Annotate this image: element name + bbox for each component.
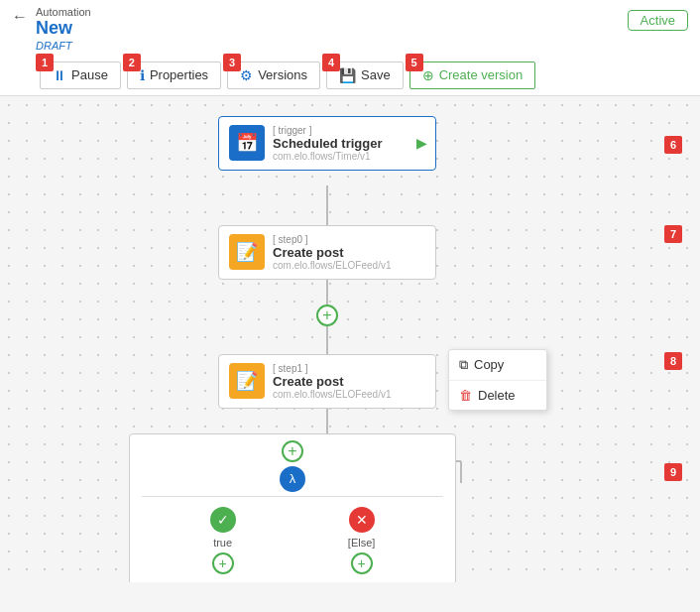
annotation-4: 4 — [322, 54, 340, 71]
else-add-button[interactable]: + — [351, 552, 373, 574]
step0-sub: com.elo.flows/ELOFeed/v1 — [273, 260, 392, 271]
properties-button[interactable]: ℹ Properties — [127, 61, 221, 89]
breadcrumb-area: ← Automation New DRAFT Active — [12, 6, 688, 52]
true-add-button[interactable]: + — [212, 552, 234, 574]
branch-outcome-else: ✕ [Else] + — [348, 507, 376, 574]
true-label: true — [213, 537, 232, 549]
branch-outcomes: ✓ true + ✕ [Else] + — [130, 497, 455, 582]
play-icon: ▶ — [416, 135, 427, 151]
copy-menu-item[interactable]: ⧉ Copy — [449, 350, 546, 380]
step1-icon: 📝 — [229, 363, 265, 399]
trigger-title: Scheduled trigger — [273, 136, 383, 151]
true-icon: ✓ — [210, 507, 236, 533]
create-icon: ⊕ — [422, 67, 434, 83]
annotation-8: 8 — [664, 352, 682, 370]
automation-label: Automation — [36, 6, 91, 18]
step0-tag: [ step0 ] — [273, 234, 392, 245]
delete-icon: 🗑 — [459, 388, 472, 403]
delete-label: Delete — [478, 388, 516, 403]
branch-topbar: + λ — [130, 434, 455, 496]
back-button[interactable]: ← — [12, 8, 28, 26]
branch-outcome-true: ✓ true + — [210, 507, 236, 574]
step1-title: Create post — [273, 374, 392, 389]
step0-icon: 📝 — [229, 234, 265, 270]
step0-text: [ step0 ] Create post com.elo.flows/ELOF… — [273, 234, 392, 271]
branch-add-top[interactable]: + — [282, 440, 303, 462]
step1-sub: com.elo.flows/ELOFeed/v1 — [273, 389, 392, 400]
step0-node[interactable]: 📝 [ step0 ] Create post com.elo.flows/EL… — [218, 225, 436, 280]
page-title: New — [36, 18, 91, 40]
copy-label: Copy — [474, 357, 504, 372]
versions-button[interactable]: ⚙ Versions — [227, 61, 320, 89]
add-step-button-0[interactable]: + — [316, 305, 338, 326]
context-menu: ⧉ Copy 🗑 Delete — [448, 349, 547, 411]
pause-label: Pause — [71, 67, 108, 82]
create-version-button[interactable]: ⊕ Create version — [409, 61, 536, 89]
versions-label: Versions — [258, 67, 307, 82]
trigger-text: [ trigger ] Scheduled trigger com.elo.fl… — [273, 125, 383, 162]
trigger-icon: 📅 — [229, 125, 265, 161]
active-badge: Active — [628, 10, 688, 31]
trigger-node[interactable]: 📅 [ trigger ] Scheduled trigger com.elo.… — [218, 116, 436, 171]
title-block: Automation New DRAFT — [36, 6, 91, 52]
annotation-2: 2 — [123, 54, 141, 71]
draft-label: DRAFT — [36, 40, 91, 52]
header: ← Automation New DRAFT Active 1 ⏸ Pause … — [0, 0, 700, 96]
annotation-1: 1 — [36, 54, 54, 71]
step0-title: Create post — [273, 245, 392, 260]
annotation-5: 5 — [406, 54, 423, 71]
create-version-label: Create version — [439, 67, 524, 82]
annotation-9: 9 — [664, 463, 682, 481]
copy-icon: ⧉ — [459, 357, 468, 373]
pause-icon: ⏸ — [53, 67, 66, 83]
delete-menu-item[interactable]: 🗑 Delete — [449, 381, 546, 410]
else-icon: ✕ — [349, 507, 375, 533]
annotation-6: 6 — [664, 136, 682, 154]
branch-lambda-icon: λ — [280, 466, 305, 492]
annotation-7: 7 — [664, 225, 682, 243]
properties-label: Properties — [150, 67, 208, 82]
step1-text: [ step1 ] Create post com.elo.flows/ELOF… — [273, 363, 392, 400]
trigger-sub: com.elo.flows/Time/v1 — [273, 151, 383, 162]
save-label: Save — [361, 67, 391, 82]
annotation-3: 3 — [223, 54, 241, 71]
canvas: 6 📅 [ trigger ] Scheduled trigger com.el… — [0, 96, 700, 582]
trigger-tag: [ trigger ] — [273, 125, 383, 136]
save-icon: 💾 — [339, 67, 356, 83]
versions-icon: ⚙ — [240, 67, 253, 83]
else-label: [Else] — [348, 537, 376, 549]
toolbar: 1 ⏸ Pause 2 ℹ Properties 3 ⚙ Versions 4 — [12, 56, 688, 95]
step1-node[interactable]: 📝 [ step1 ] Create post com.elo.flows/EL… — [218, 354, 436, 409]
step1-tag: [ step1 ] — [273, 363, 392, 374]
branch-box: + λ ✓ true + ✕ [Else] + — [129, 433, 456, 582]
